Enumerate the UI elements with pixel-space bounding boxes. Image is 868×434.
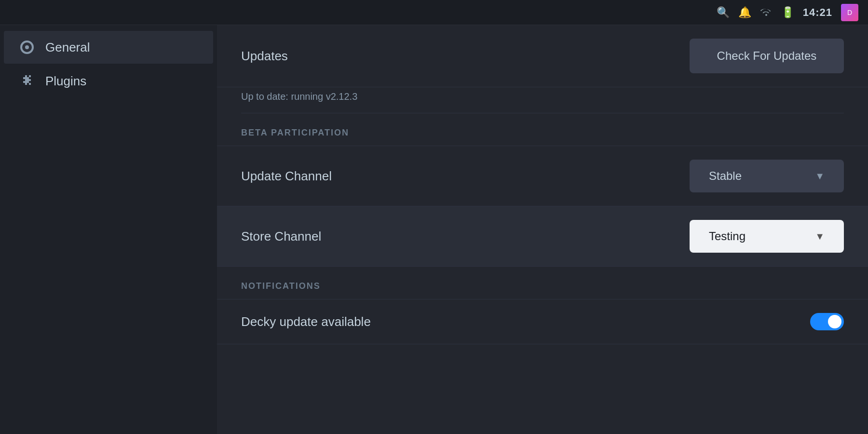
update-channel-dropdown[interactable]: Stable ▼ xyxy=(690,160,844,192)
update-channel-value: Stable xyxy=(709,169,742,183)
update-status-text: Up to date: running v2.12.3 xyxy=(217,87,868,113)
clock-display: 14:21 xyxy=(803,6,832,19)
check-updates-button[interactable]: Check For Updates xyxy=(690,39,844,73)
topbar: 🔍 🔔 🔋 14:21 D xyxy=(0,0,868,25)
beta-participation-header: BETA PARTICIPATION xyxy=(217,113,868,146)
store-channel-row: Store Channel Testing ▼ xyxy=(217,206,868,267)
decky-update-toggle-container xyxy=(810,313,844,330)
update-channel-label: Update Channel xyxy=(241,169,332,184)
sidebar-item-general[interactable]: General xyxy=(4,31,213,64)
decky-update-row: Decky update available xyxy=(217,299,868,344)
main-layout: General Plugins Updates Check For Update… xyxy=(0,25,868,434)
updates-section-row: Updates Check For Updates xyxy=(217,25,868,87)
updates-label: Updates xyxy=(241,49,288,64)
battery-icon: 🔋 xyxy=(781,6,794,19)
update-channel-row: Update Channel Stable ▼ xyxy=(217,146,868,206)
avatar[interactable]: D xyxy=(841,4,858,21)
store-channel-dropdown[interactable]: Testing ▼ xyxy=(690,220,844,253)
sidebar-item-general-label: General xyxy=(45,40,90,55)
sidebar: General Plugins xyxy=(0,25,217,434)
search-icon[interactable]: 🔍 xyxy=(717,6,730,19)
update-channel-chevron-icon: ▼ xyxy=(815,171,825,182)
svg-point-0 xyxy=(25,45,29,49)
store-channel-chevron-icon: ▼ xyxy=(815,231,825,242)
decky-update-toggle[interactable] xyxy=(810,313,844,330)
store-channel-label: Store Channel xyxy=(241,229,321,244)
plugins-icon xyxy=(18,73,36,89)
sidebar-item-plugins[interactable]: Plugins xyxy=(4,65,213,97)
bell-icon[interactable]: 🔔 xyxy=(738,6,751,19)
decky-update-label: Decky update available xyxy=(241,314,371,329)
notifications-header: NOTIFICATIONS xyxy=(217,267,868,299)
wifi-icon xyxy=(760,6,773,19)
sidebar-item-plugins-label: Plugins xyxy=(45,74,86,89)
general-icon xyxy=(18,40,36,55)
content-area: Updates Check For Updates Up to date: ru… xyxy=(217,25,868,434)
store-channel-value: Testing xyxy=(709,230,746,243)
